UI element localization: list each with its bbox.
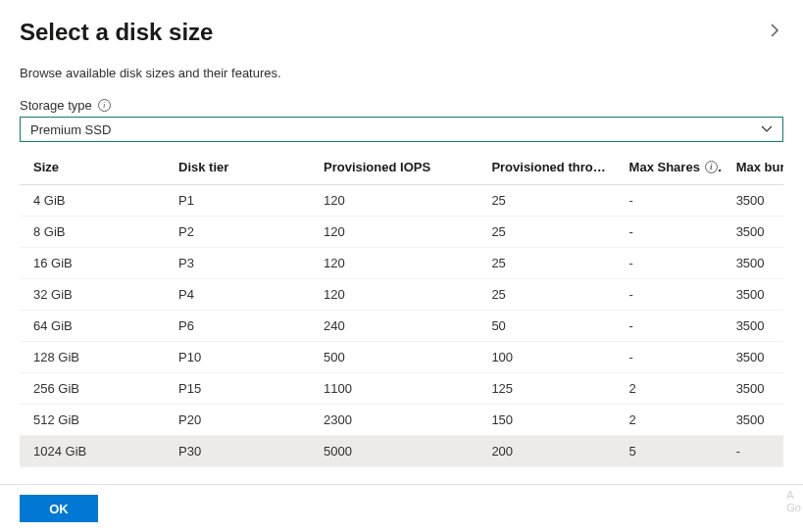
cell-maxBurst: 3500 bbox=[723, 248, 783, 279]
table-row[interactable]: 256 GiBP15110012523500 bbox=[20, 373, 783, 405]
table-row[interactable]: 4 GiBP112025-3500 bbox=[20, 185, 783, 217]
table-row[interactable]: 128 GiBP10500100-3500 bbox=[20, 342, 783, 373]
cell-tier: P6 bbox=[165, 311, 310, 342]
cell-size: 1024 GiB bbox=[20, 436, 165, 467]
cell-maxShares: 2 bbox=[616, 405, 723, 436]
table-row[interactable]: 16 GiBP312025-3500 bbox=[20, 248, 783, 279]
cell-maxShares: 2 bbox=[616, 373, 723, 405]
cell-maxShares: - bbox=[616, 248, 723, 279]
cell-iops: 120 bbox=[310, 217, 477, 248]
table-row[interactable]: 1024 GiBP3050002005- bbox=[20, 436, 783, 467]
table-header: Size Disk tier Provisioned IOPS Provisio… bbox=[20, 150, 783, 185]
cell-maxBurst: 3500 bbox=[723, 279, 783, 311]
page-title: Select a disk size bbox=[20, 19, 213, 46]
page-subtitle: Browse available disk sizes and their fe… bbox=[0, 56, 803, 98]
cell-tier: P4 bbox=[165, 279, 310, 311]
storage-type-value: Premium SSD bbox=[30, 122, 111, 137]
storage-type-label-row: Storage type i bbox=[0, 98, 803, 117]
cell-throughput: 100 bbox=[477, 342, 615, 373]
table-row[interactable]: 512 GiBP20230015023500 bbox=[20, 405, 783, 436]
cell-maxShares: 5 bbox=[616, 436, 723, 467]
cell-tier: P15 bbox=[165, 373, 310, 405]
cell-size: 4 GiB bbox=[20, 185, 165, 217]
disk-size-table: Size Disk tier Provisioned IOPS Provisio… bbox=[20, 150, 783, 467]
cell-maxBurst: 3500 bbox=[723, 311, 783, 342]
cell-iops: 120 bbox=[310, 279, 477, 311]
col-max-burst[interactable]: Max bur bbox=[723, 150, 783, 185]
cell-size: 512 GiB bbox=[20, 405, 165, 436]
cell-maxShares: - bbox=[616, 185, 723, 217]
cell-throughput: 200 bbox=[477, 436, 615, 467]
storage-type-label: Storage type bbox=[20, 98, 92, 113]
cell-size: 128 GiB bbox=[20, 342, 165, 373]
col-tier[interactable]: Disk tier bbox=[165, 150, 310, 185]
ok-button[interactable]: OK bbox=[20, 495, 98, 522]
cell-maxBurst: 3500 bbox=[723, 342, 783, 373]
cell-iops: 120 bbox=[310, 248, 477, 279]
cell-throughput: 25 bbox=[477, 279, 615, 311]
cell-iops: 2300 bbox=[310, 405, 477, 436]
cell-maxShares: - bbox=[616, 217, 723, 248]
dialog-header: Select a disk size bbox=[0, 0, 803, 56]
table-row[interactable]: 8 GiBP212025-3500 bbox=[20, 217, 783, 248]
info-icon[interactable]: i bbox=[705, 161, 718, 173]
dialog-footer: OK bbox=[0, 484, 803, 532]
cell-throughput: 25 bbox=[477, 217, 615, 248]
cell-size: 8 GiB bbox=[20, 217, 165, 248]
cell-iops: 5000 bbox=[310, 436, 477, 467]
cell-maxBurst: - bbox=[723, 436, 783, 467]
cell-iops: 240 bbox=[310, 311, 477, 342]
cell-throughput: 150 bbox=[477, 405, 615, 436]
cell-maxBurst: 3500 bbox=[723, 217, 783, 248]
col-size[interactable]: Size bbox=[20, 150, 165, 185]
cell-size: 64 GiB bbox=[20, 311, 165, 342]
col-iops[interactable]: Provisioned IOPS bbox=[310, 150, 477, 185]
cell-maxBurst: 3500 bbox=[723, 405, 783, 436]
storage-type-dropdown[interactable]: Premium SSD bbox=[20, 117, 783, 142]
cell-iops: 1100 bbox=[310, 373, 477, 405]
table-body: 4 GiBP112025-35008 GiBP212025-350016 GiB… bbox=[20, 185, 783, 467]
cell-size: 32 GiB bbox=[20, 279, 165, 311]
cell-tier: P3 bbox=[165, 248, 310, 279]
chevron-down-icon bbox=[761, 123, 773, 135]
cell-tier: P1 bbox=[165, 185, 310, 217]
cell-maxBurst: 3500 bbox=[723, 373, 783, 405]
cell-tier: P10 bbox=[165, 342, 310, 373]
close-button[interactable] bbox=[766, 18, 783, 46]
cell-maxBurst: 3500 bbox=[723, 185, 783, 217]
cell-throughput: 50 bbox=[477, 311, 615, 342]
cell-size: 16 GiB bbox=[20, 248, 165, 279]
chevron-right-icon bbox=[770, 22, 779, 41]
cell-throughput: 25 bbox=[477, 248, 615, 279]
cell-maxShares: - bbox=[616, 279, 723, 311]
cell-size: 256 GiB bbox=[20, 373, 165, 405]
cell-throughput: 125 bbox=[477, 373, 615, 405]
info-icon[interactable]: i bbox=[98, 99, 111, 112]
disk-size-table-wrap: Size Disk tier Provisioned IOPS Provisio… bbox=[0, 150, 803, 467]
cell-tier: P30 bbox=[165, 436, 310, 467]
cell-tier: P20 bbox=[165, 405, 310, 436]
cell-maxShares: - bbox=[616, 342, 723, 373]
table-row[interactable]: 64 GiBP624050-3500 bbox=[20, 311, 783, 342]
col-throughput[interactable]: Provisioned thro… bbox=[477, 150, 615, 185]
cell-iops: 120 bbox=[310, 185, 477, 217]
cell-maxShares: - bbox=[616, 311, 723, 342]
cell-iops: 500 bbox=[310, 342, 477, 373]
col-max-shares-label: Max Shares bbox=[629, 160, 700, 174]
cell-throughput: 25 bbox=[477, 185, 615, 217]
table-row[interactable]: 32 GiBP412025-3500 bbox=[20, 279, 783, 311]
col-max-shares[interactable]: Max Shares i bbox=[616, 150, 723, 185]
cell-tier: P2 bbox=[165, 217, 310, 248]
